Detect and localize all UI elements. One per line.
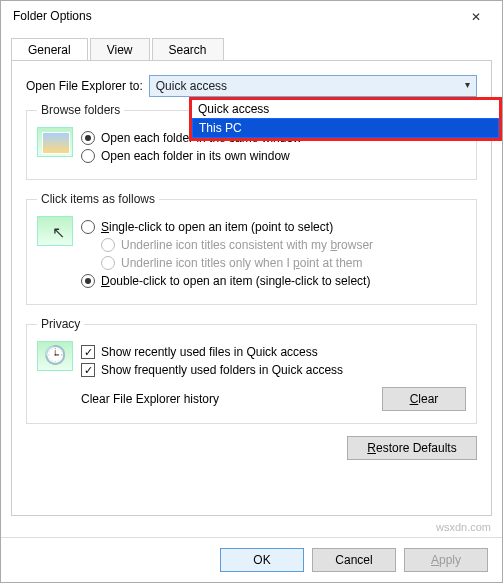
radio-single-click-label: Single-click to open an item (point to s…: [101, 220, 333, 234]
open-explorer-select[interactable]: Quick access ▾: [149, 75, 477, 97]
dropdown-option-quick-access[interactable]: Quick access: [192, 100, 499, 118]
ok-button[interactable]: OK: [220, 548, 304, 572]
open-explorer-label: Open File Explorer to:: [26, 79, 143, 93]
checkbox-icon: ✓: [81, 363, 95, 377]
click-items-legend: Click items as follows: [37, 192, 159, 206]
radio-underline-point-label: Underline icon titles only when I point …: [121, 256, 362, 270]
checkbox-recent-files-label: Show recently used files in Quick access: [101, 345, 318, 359]
tab-view[interactable]: View: [90, 38, 150, 61]
tab-row: General View Search: [11, 37, 492, 60]
window-title: Folder Options: [13, 9, 92, 23]
radio-icon: [101, 238, 115, 252]
radio-own-window-label: Open each folder in its own window: [101, 149, 290, 163]
clear-history-row: Clear File Explorer history Clear: [81, 387, 466, 411]
click-items-icon-col: [37, 216, 81, 292]
radio-underline-browser-label: Underline icon titles consistent with my…: [121, 238, 373, 252]
clear-button[interactable]: Clear: [382, 387, 466, 411]
open-explorer-row: Open File Explorer to: Quick access ▾ Qu…: [26, 75, 477, 97]
checkbox-icon: ✓: [81, 345, 95, 359]
radio-icon: [81, 149, 95, 163]
clear-history-label: Clear File Explorer history: [81, 392, 219, 406]
radio-icon: [101, 256, 115, 270]
titlebar: Folder Options ✕: [1, 1, 502, 31]
watermark-text: wsxdn.com: [436, 521, 491, 533]
browse-folders-icon-col: [37, 127, 81, 167]
cancel-button[interactable]: Cancel: [312, 548, 396, 572]
browse-folders-legend: Browse folders: [37, 103, 124, 117]
restore-defaults-button[interactable]: Restore Defaults: [347, 436, 477, 460]
checkbox-frequent-folders[interactable]: ✓ Show frequently used folders in Quick …: [81, 363, 466, 377]
radio-icon: [81, 131, 95, 145]
radio-single-click[interactable]: Single-click to open an item (point to s…: [81, 220, 466, 234]
cursor-icon: [37, 216, 73, 246]
folder-options-window: Folder Options ✕ General View Search Ope…: [0, 0, 503, 583]
tab-page-general: Open File Explorer to: Quick access ▾ Qu…: [11, 60, 492, 516]
privacy-group: Privacy ✓ Show recently used files in Qu…: [26, 317, 477, 424]
chevron-down-icon: ▾: [465, 79, 470, 90]
radio-icon: [81, 220, 95, 234]
tab-general[interactable]: General: [11, 38, 88, 61]
open-explorer-selected: Quick access: [156, 79, 227, 93]
dropdown-option-this-pc[interactable]: This PC: [192, 118, 499, 138]
checkbox-recent-files[interactable]: ✓ Show recently used files in Quick acce…: [81, 345, 466, 359]
radio-underline-browser: Underline icon titles consistent with my…: [101, 238, 466, 252]
checkbox-frequent-folders-label: Show frequently used folders in Quick ac…: [101, 363, 343, 377]
radio-own-window[interactable]: Open each folder in its own window: [81, 149, 466, 163]
privacy-legend: Privacy: [37, 317, 84, 331]
tab-control: General View Search Open File Explorer t…: [11, 37, 492, 516]
radio-underline-point: Underline icon titles only when I point …: [101, 256, 466, 270]
close-button[interactable]: ✕: [456, 1, 496, 32]
privacy-icon-col: [37, 341, 81, 411]
click-items-group: Click items as follows Single-click to o…: [26, 192, 477, 305]
history-clock-icon: [37, 341, 73, 371]
restore-row: Restore Defaults: [26, 436, 477, 460]
tab-search[interactable]: Search: [152, 38, 224, 61]
radio-icon: [81, 274, 95, 288]
close-icon: ✕: [471, 10, 481, 24]
radio-double-click[interactable]: Double-click to open an item (single-cli…: [81, 274, 466, 288]
apply-button[interactable]: Apply: [404, 548, 488, 572]
folder-picture-icon: [37, 127, 73, 157]
dialog-footer: OK Cancel Apply: [1, 537, 502, 582]
radio-double-click-label: Double-click to open an item (single-cli…: [101, 274, 370, 288]
open-explorer-dropdown[interactable]: Quick access This PC: [189, 97, 502, 141]
